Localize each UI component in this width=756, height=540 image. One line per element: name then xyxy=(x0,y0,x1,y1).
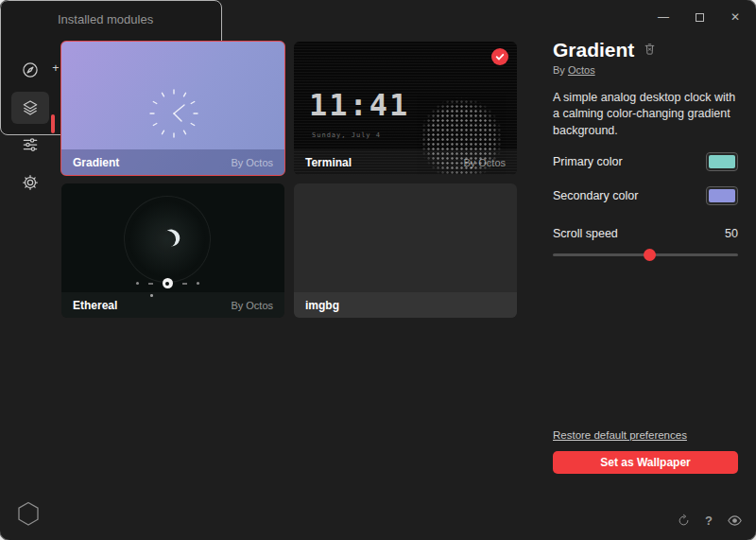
setting-scroll-speed: Scroll speed 50 xyxy=(553,222,738,245)
sidebar-item-installed[interactable] xyxy=(11,92,49,124)
player-dot xyxy=(197,282,199,285)
module-title: Gradient xyxy=(553,39,634,61)
terminal-date-text: Sunday, July 4 xyxy=(312,131,381,139)
refresh-icon xyxy=(677,514,691,528)
sidebar-item-tweaks[interactable] xyxy=(11,129,49,161)
sidebar xyxy=(0,34,55,540)
module-card-terminal[interactable]: 11:41 Sunday, July 4 Terminal By Octos xyxy=(294,42,517,175)
player-tick xyxy=(182,283,187,285)
set-wallpaper-button[interactable]: Set as Wallpaper xyxy=(553,451,738,474)
refresh-button[interactable] xyxy=(675,512,692,529)
swatch-fill xyxy=(709,189,735,202)
player-knob xyxy=(163,278,173,288)
maximize-icon xyxy=(696,13,704,22)
module-byline: By Octos xyxy=(553,64,738,76)
setting-secondary-color: Secondary color xyxy=(553,184,738,207)
card-footer: imgbg xyxy=(294,292,517,318)
module-card-gradient[interactable]: Gradient By Octos xyxy=(60,41,285,176)
byline-prefix: By xyxy=(553,64,565,76)
close-button[interactable]: ✕ xyxy=(724,6,747,28)
secondary-color-swatch[interactable] xyxy=(706,186,738,205)
active-wallpaper-badge xyxy=(491,48,508,65)
scroll-speed-slider[interactable] xyxy=(553,253,738,256)
setting-label: Primary color xyxy=(553,155,623,168)
check-icon xyxy=(495,52,505,61)
panel-actions: Restore default preferences Set as Wallp… xyxy=(553,426,738,474)
author-link[interactable]: Octos xyxy=(568,64,595,76)
card-author: By Octos xyxy=(463,157,506,168)
card-title: Gradient xyxy=(73,156,119,169)
restore-defaults-link[interactable]: Restore default preferences xyxy=(553,429,687,441)
player-tick xyxy=(148,283,153,285)
maximize-button[interactable] xyxy=(688,6,711,28)
card-footer: Ethereal By Octos xyxy=(61,292,284,318)
sidebar-item-explore[interactable] xyxy=(11,54,49,86)
card-title: Ethereal xyxy=(73,299,117,312)
compass-icon xyxy=(21,61,40,79)
card-footer: Terminal By Octos xyxy=(294,149,517,175)
hexagon-icon xyxy=(17,501,40,527)
trash-icon xyxy=(643,42,657,56)
minimize-button[interactable]: — xyxy=(652,6,675,28)
layers-icon xyxy=(21,98,40,117)
analog-clock-icon xyxy=(146,86,201,141)
setting-label: Scroll speed xyxy=(553,227,618,240)
help-button[interactable]: ? xyxy=(700,512,717,529)
swatch-fill xyxy=(709,155,735,168)
slider-thumb[interactable] xyxy=(644,249,656,261)
app-window: Installed modules — ✕ xyxy=(0,0,756,540)
setting-label: Secondary color xyxy=(553,189,638,202)
card-title: Terminal xyxy=(305,156,352,169)
app-logo xyxy=(17,501,40,531)
details-panel: Gradient By Octos A simple analog deskto… xyxy=(553,39,738,256)
mini-player xyxy=(129,278,205,288)
module-description: A simple analog desktop clock with a cal… xyxy=(553,90,738,139)
card-author: By Octos xyxy=(231,300,273,311)
preview-button[interactable] xyxy=(726,512,743,529)
primary-color-swatch[interactable] xyxy=(706,152,738,171)
active-indicator xyxy=(51,114,55,133)
card-title: imgbg xyxy=(305,299,339,312)
terminal-clock-text: 11:41 xyxy=(309,87,409,123)
delete-module-button[interactable] xyxy=(643,42,657,60)
module-card-imgbg[interactable]: imgbg xyxy=(294,183,517,318)
page-title: Installed modules xyxy=(58,12,153,26)
card-footer: Gradient By Octos xyxy=(61,149,284,175)
setting-primary-color: Primary color xyxy=(553,150,738,173)
status-icons: ? xyxy=(675,512,743,529)
card-author: By Octos xyxy=(231,157,273,168)
scroll-speed-value: 50 xyxy=(725,227,738,240)
module-card-ethereal[interactable]: Ethereal By Octos xyxy=(61,183,284,318)
player-dot xyxy=(136,282,139,285)
eye-icon xyxy=(727,513,743,529)
window-controls: — ✕ xyxy=(652,6,747,28)
sliders-icon xyxy=(21,135,40,154)
gear-icon xyxy=(21,173,40,192)
sidebar-item-settings[interactable] xyxy=(11,166,49,199)
